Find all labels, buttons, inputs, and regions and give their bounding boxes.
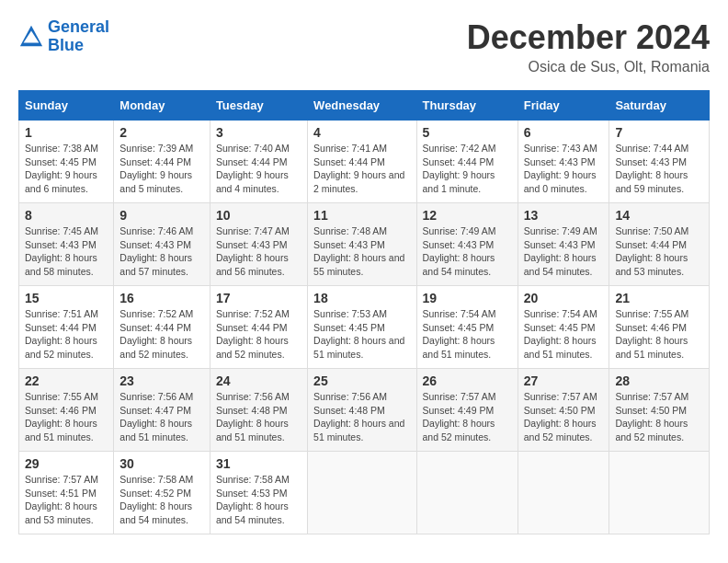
calendar-row-3: 22Sunrise: 7:55 AMSunset: 4:46 PMDayligh…: [19, 369, 710, 452]
calendar-cell: 29Sunrise: 7:57 AMSunset: 4:51 PMDayligh…: [19, 452, 114, 534]
day-number: 9: [119, 208, 204, 223]
day-number: 28: [615, 373, 703, 388]
title-section: December 2024 Osica de Sus, Olt, Romania: [467, 18, 710, 75]
calendar-cell: 14Sunrise: 7:50 AMSunset: 4:44 PMDayligh…: [609, 203, 710, 286]
day-info: Sunrise: 7:55 AMSunset: 4:46 PMDaylight:…: [25, 390, 108, 444]
calendar-cell: 4Sunrise: 7:41 AMSunset: 4:44 PMDaylight…: [308, 121, 416, 203]
day-number: 17: [216, 291, 301, 305]
calendar-cell: 23Sunrise: 7:56 AMSunset: 4:47 PMDayligh…: [114, 369, 210, 452]
calendar-cell: 11Sunrise: 7:48 AMSunset: 4:43 PMDayligh…: [308, 203, 416, 286]
day-number: 4: [313, 125, 410, 140]
calendar-header: SundayMondayTuesdayWednesdayThursdayFrid…: [19, 91, 710, 121]
calendar-cell: 27Sunrise: 7:57 AMSunset: 4:50 PMDayligh…: [518, 369, 609, 452]
calendar-cell: 20Sunrise: 7:54 AMSunset: 4:45 PMDayligh…: [518, 286, 609, 369]
day-number: 22: [25, 373, 108, 388]
day-number: 30: [119, 456, 204, 471]
day-info: Sunrise: 7:57 AMSunset: 4:50 PMDaylight:…: [615, 390, 703, 444]
day-number: 13: [524, 208, 604, 223]
day-info: Sunrise: 7:47 AMSunset: 4:43 PMDaylight:…: [216, 224, 301, 279]
logo: General Blue: [18, 18, 109, 55]
calendar-row-4: 29Sunrise: 7:57 AMSunset: 4:51 PMDayligh…: [19, 452, 710, 534]
calendar-cell: [308, 452, 416, 534]
calendar-cell: 12Sunrise: 7:49 AMSunset: 4:43 PMDayligh…: [416, 203, 518, 286]
calendar-cell: 30Sunrise: 7:58 AMSunset: 4:52 PMDayligh…: [114, 452, 210, 534]
calendar-cell: 19Sunrise: 7:54 AMSunset: 4:45 PMDayligh…: [416, 286, 518, 369]
calendar-cell: [518, 452, 609, 534]
day-number: 23: [119, 373, 204, 388]
day-number: 5: [423, 125, 512, 140]
day-number: 26: [423, 373, 512, 388]
calendar-cell: 13Sunrise: 7:49 AMSunset: 4:43 PMDayligh…: [518, 203, 609, 286]
day-info: Sunrise: 7:56 AMSunset: 4:48 PMDaylight:…: [216, 390, 301, 444]
calendar-cell: 5Sunrise: 7:42 AMSunset: 4:44 PMDaylight…: [416, 121, 518, 203]
day-info: Sunrise: 7:58 AMSunset: 4:52 PMDaylight:…: [119, 473, 204, 527]
calendar-cell: 21Sunrise: 7:55 AMSunset: 4:46 PMDayligh…: [609, 286, 710, 369]
calendar-cell: 16Sunrise: 7:52 AMSunset: 4:44 PMDayligh…: [114, 286, 210, 369]
calendar-cell: 9Sunrise: 7:46 AMSunset: 4:43 PMDaylight…: [114, 203, 210, 286]
day-number: 21: [615, 291, 703, 305]
calendar-cell: 2Sunrise: 7:39 AMSunset: 4:44 PMDaylight…: [114, 121, 210, 203]
header-cell-saturday: Saturday: [609, 91, 710, 121]
calendar-cell: 22Sunrise: 7:55 AMSunset: 4:46 PMDayligh…: [19, 369, 114, 452]
day-info: Sunrise: 7:57 AMSunset: 4:51 PMDaylight:…: [25, 473, 108, 527]
day-number: 19: [423, 291, 512, 305]
day-number: 7: [615, 125, 703, 140]
day-info: Sunrise: 7:52 AMSunset: 4:44 PMDaylight:…: [216, 307, 301, 362]
calendar-cell: 26Sunrise: 7:57 AMSunset: 4:49 PMDayligh…: [416, 369, 518, 452]
day-info: Sunrise: 7:48 AMSunset: 4:43 PMDaylight:…: [313, 224, 410, 279]
calendar-cell: 3Sunrise: 7:40 AMSunset: 4:44 PMDaylight…: [210, 121, 307, 203]
logo-icon: [18, 24, 44, 50]
calendar-cell: 1Sunrise: 7:38 AMSunset: 4:45 PMDaylight…: [19, 121, 114, 203]
day-info: Sunrise: 7:44 AMSunset: 4:43 PMDaylight:…: [615, 142, 703, 196]
calendar-cell: 7Sunrise: 7:44 AMSunset: 4:43 PMDaylight…: [609, 121, 710, 203]
calendar-cell: 28Sunrise: 7:57 AMSunset: 4:50 PMDayligh…: [609, 369, 710, 452]
day-number: 16: [119, 291, 204, 305]
day-number: 11: [313, 208, 410, 223]
day-number: 20: [524, 291, 604, 305]
day-info: Sunrise: 7:42 AMSunset: 4:44 PMDaylight:…: [423, 142, 512, 196]
day-number: 14: [615, 208, 703, 223]
day-info: Sunrise: 7:56 AMSunset: 4:47 PMDaylight:…: [119, 390, 204, 444]
day-info: Sunrise: 7:43 AMSunset: 4:43 PMDaylight:…: [524, 142, 604, 196]
day-number: 18: [313, 291, 410, 305]
header-cell-wednesday: Wednesday: [308, 91, 416, 121]
calendar-cell: 31Sunrise: 7:58 AMSunset: 4:53 PMDayligh…: [210, 452, 307, 534]
calendar-cell: [609, 452, 710, 534]
logo-text: General Blue: [48, 18, 109, 55]
day-info: Sunrise: 7:49 AMSunset: 4:43 PMDaylight:…: [524, 224, 604, 279]
calendar-row-2: 15Sunrise: 7:51 AMSunset: 4:44 PMDayligh…: [19, 286, 710, 369]
calendar-cell: 24Sunrise: 7:56 AMSunset: 4:48 PMDayligh…: [210, 369, 307, 452]
header-row: SundayMondayTuesdayWednesdayThursdayFrid…: [19, 91, 710, 121]
header-cell-friday: Friday: [518, 91, 609, 121]
calendar-cell: 18Sunrise: 7:53 AMSunset: 4:45 PMDayligh…: [308, 286, 416, 369]
day-number: 29: [25, 456, 108, 471]
calendar-body: 1Sunrise: 7:38 AMSunset: 4:45 PMDaylight…: [19, 121, 710, 534]
day-number: 2: [119, 125, 204, 140]
header-cell-thursday: Thursday: [416, 91, 518, 121]
day-info: Sunrise: 7:51 AMSunset: 4:44 PMDaylight:…: [25, 307, 108, 362]
header: General Blue December 2024 Osica de Sus,…: [18, 18, 710, 75]
calendar-table: SundayMondayTuesdayWednesdayThursdayFrid…: [18, 90, 710, 534]
calendar-cell: 6Sunrise: 7:43 AMSunset: 4:43 PMDaylight…: [518, 121, 609, 203]
day-info: Sunrise: 7:40 AMSunset: 4:44 PMDaylight:…: [216, 142, 301, 196]
day-info: Sunrise: 7:54 AMSunset: 4:45 PMDaylight:…: [423, 307, 512, 362]
header-cell-monday: Monday: [114, 91, 210, 121]
day-info: Sunrise: 7:38 AMSunset: 4:45 PMDaylight:…: [25, 142, 108, 196]
day-info: Sunrise: 7:57 AMSunset: 4:50 PMDaylight:…: [524, 390, 604, 444]
calendar-cell: 15Sunrise: 7:51 AMSunset: 4:44 PMDayligh…: [19, 286, 114, 369]
calendar-cell: [416, 452, 518, 534]
day-number: 15: [25, 291, 108, 305]
logo-line1: General: [48, 17, 109, 36]
day-info: Sunrise: 7:46 AMSunset: 4:43 PMDaylight:…: [119, 224, 204, 279]
day-number: 27: [524, 373, 604, 388]
calendar-cell: 10Sunrise: 7:47 AMSunset: 4:43 PMDayligh…: [210, 203, 307, 286]
header-cell-tuesday: Tuesday: [210, 91, 307, 121]
day-number: 24: [216, 373, 301, 388]
calendar-cell: 25Sunrise: 7:56 AMSunset: 4:48 PMDayligh…: [308, 369, 416, 452]
logo-line2: Blue: [48, 36, 84, 54]
day-number: 12: [423, 208, 512, 223]
main-title: December 2024: [467, 18, 710, 57]
day-info: Sunrise: 7:54 AMSunset: 4:45 PMDaylight:…: [524, 307, 604, 362]
header-cell-sunday: Sunday: [19, 91, 114, 121]
day-number: 8: [25, 208, 108, 223]
